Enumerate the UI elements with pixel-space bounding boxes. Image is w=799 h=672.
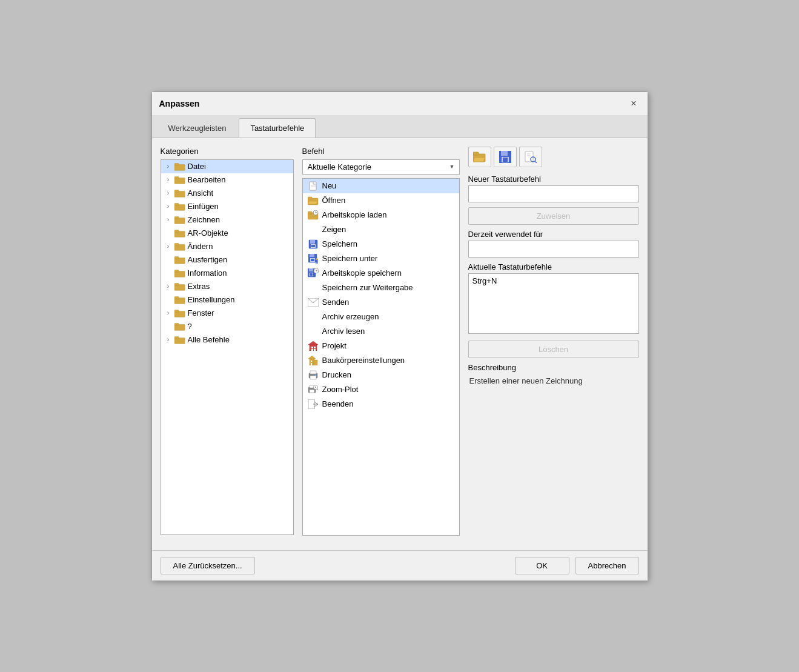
command-list: Neu Öffnen — [302, 178, 460, 536]
current-shortcuts-textarea[interactable] — [468, 273, 639, 334]
cmd-item[interactable]: Speichern zur Weitergabe — [303, 281, 459, 295]
item-label: Extras — [188, 282, 210, 291]
item-label: Datei — [188, 162, 206, 171]
new-shortcut-input[interactable] — [468, 185, 639, 202]
current-shortcuts-section: Aktuelle Tastaturbefehle — [468, 262, 639, 336]
svg-rect-69 — [310, 371, 316, 374]
list-item[interactable]: › Fenster — [161, 307, 293, 320]
cmd-item[interactable]: Arbeitskopie laden — [303, 208, 459, 222]
kategorien-list: › Datei › Bearbeiten — [161, 159, 294, 535]
list-item[interactable]: › Alle Befehle — [161, 333, 293, 347]
svg-line-78 — [317, 388, 318, 390]
new-shortcut-label: Neuer Tastaturbefehl — [468, 175, 639, 184]
cmd-item[interactable]: Senden — [303, 295, 459, 310]
cmd-item[interactable]: Zoom-Plot — [303, 382, 459, 397]
list-item[interactable]: › Einfügen — [161, 200, 293, 213]
svg-marker-85 — [473, 158, 485, 162]
svg-rect-67 — [311, 363, 312, 365]
description-label: Beschreibung — [468, 363, 639, 372]
cmd-item[interactable]: Archiv erzeugen — [303, 310, 459, 324]
save-icon — [499, 151, 511, 163]
item-label: Arbeitskopie laden — [322, 210, 387, 219]
search-doc-icon — [525, 151, 537, 163]
exit-icon — [308, 399, 319, 410]
reset-all-button[interactable]: Alle Zurücksetzen... — [161, 557, 255, 574]
svg-rect-61 — [311, 349, 313, 351]
svg-rect-59 — [311, 347, 313, 348]
cmd-item[interactable]: Öffnen — [303, 193, 459, 208]
close-button[interactable]: × — [627, 97, 640, 110]
item-label: Baukörpereinstellungen — [322, 356, 405, 365]
cancel-button[interactable]: Abbrechen — [575, 557, 639, 574]
list-item[interactable]: AR-Objekte — [161, 227, 293, 240]
item-label: Zeichnen — [188, 215, 220, 224]
item-label: Archiv lesen — [322, 327, 365, 336]
svg-rect-42 — [311, 245, 315, 247]
no-icon — [308, 224, 319, 235]
cmd-item[interactable]: Projekt — [303, 339, 459, 353]
tab-werkzeugleisten[interactable]: Werkzeugleisten — [157, 118, 238, 138]
new-shortcut-section: Neuer Tastaturbefehl — [468, 175, 639, 202]
cmd-item[interactable]: Baukörpereinstellungen — [303, 353, 459, 368]
list-item[interactable]: Einstellungen — [161, 293, 293, 307]
assign-button[interactable]: Zuweisen — [468, 207, 639, 225]
cmd-item[interactable]: Speichern — [303, 237, 459, 251]
chevron-icon: › — [165, 310, 172, 316]
svg-rect-15 — [174, 256, 179, 259]
cmd-item[interactable]: Zeigen — [303, 222, 459, 237]
cmd-item[interactable]: Beenden — [303, 397, 459, 411]
zoom-print-icon — [308, 384, 319, 395]
folder-icon — [174, 228, 185, 238]
dropdown-wrapper: Aktuelle Kategorie — [302, 159, 460, 175]
folder-icon — [174, 308, 185, 318]
ok-button[interactable]: OK — [515, 557, 569, 574]
item-label: Bearbeiten — [188, 175, 226, 184]
svg-rect-21 — [174, 296, 179, 299]
item-label: Senden — [322, 298, 350, 307]
item-label: Ändern — [188, 242, 213, 251]
no-icon — [308, 282, 319, 293]
cmd-item[interactable]: Speichern unter — [303, 251, 459, 266]
category-dropdown[interactable]: Aktuelle Kategorie — [302, 159, 460, 175]
open-file-button[interactable] — [468, 147, 491, 167]
folder-icon — [174, 162, 185, 171]
list-item[interactable]: Information — [161, 267, 293, 280]
item-label: Drucken — [322, 370, 351, 379]
svg-line-81 — [314, 404, 318, 407]
list-item[interactable]: Ausfertigen — [161, 253, 293, 267]
svg-rect-7 — [174, 203, 179, 205]
list-item[interactable]: › Zeichnen — [161, 213, 293, 227]
chevron-icon: › — [165, 336, 172, 343]
tab-tastaturbefehle[interactable]: Tastaturbefehle — [239, 118, 316, 138]
list-item[interactable]: › Ändern — [161, 240, 293, 253]
svg-rect-23 — [174, 310, 179, 312]
current-for-input[interactable] — [468, 241, 639, 258]
save-file-button[interactable] — [494, 147, 517, 167]
item-label: Information — [188, 268, 227, 278]
svg-rect-25 — [174, 323, 179, 325]
folder-icon — [174, 295, 185, 305]
befehl-label: Befehl — [302, 147, 460, 156]
svg-rect-89 — [503, 158, 508, 162]
folder-open-icon — [308, 195, 319, 206]
list-item[interactable]: › Bearbeiten — [161, 173, 293, 187]
chevron-icon: › — [165, 216, 172, 223]
list-item[interactable]: › Ansicht — [161, 187, 293, 200]
cmd-item[interactable]: Neu — [303, 179, 459, 193]
svg-rect-27 — [174, 336, 179, 339]
cmd-item[interactable]: Archiv lesen — [303, 324, 459, 339]
svg-rect-19 — [174, 283, 179, 285]
cmd-item[interactable]: Drucken — [303, 368, 459, 382]
bottom-right-buttons: OK Abbrechen — [515, 557, 639, 574]
list-item[interactable]: › Extras — [161, 280, 293, 293]
search-button[interactable] — [519, 147, 542, 167]
current-for-section: Derzeit verwendet für — [468, 230, 639, 258]
item-label: Archiv erzeugen — [322, 312, 379, 321]
delete-button[interactable]: Löschen — [468, 341, 639, 358]
item-label: ? — [188, 322, 192, 331]
cmd-item[interactable]: Arbeitskopie speichern — [303, 266, 459, 281]
list-item[interactable]: ? — [161, 320, 293, 333]
svg-rect-60 — [314, 347, 316, 348]
svg-rect-87 — [501, 151, 508, 156]
list-item[interactable]: › Datei — [161, 160, 293, 173]
